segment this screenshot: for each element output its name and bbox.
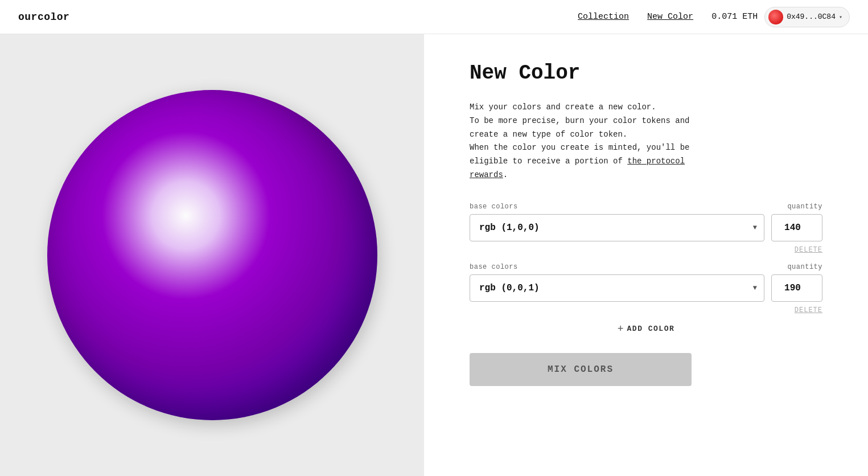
description-line1: Mix your colors and create a new color. [470, 102, 656, 112]
delete-button-2[interactable]: DELETE [795, 306, 822, 314]
right-panel: New Color Mix your colors and create a n… [424, 34, 868, 476]
color-row-2: base colors quantity rgb (1,0,0) rgb (0,… [470, 263, 822, 302]
left-panel [0, 34, 424, 476]
description-line2: To be more precise, burn your color toke… [470, 116, 689, 139]
page-title: New Color [470, 61, 822, 85]
description: Mix your colors and create a new color. … [470, 101, 692, 182]
base-colors-label-2: base colors [470, 263, 518, 271]
color-sphere [47, 90, 377, 420]
wallet-address-text: 0x49...0C84 [787, 13, 836, 21]
main-content: New Color Mix your colors and create a n… [0, 34, 868, 476]
color-select-wrapper-2: rgb (1,0,0) rgb (0,1,0) rgb (0,0,1) rgb … [470, 274, 764, 302]
description-end: . [503, 170, 508, 179]
color-row-1-labels: base colors quantity [470, 203, 822, 211]
nav-links: Collection New Color 0.071 ETH 0x49...0C… [578, 7, 850, 27]
add-color-label: ADD COLOR [627, 325, 675, 333]
nav-new-color-link[interactable]: New Color [647, 12, 693, 22]
add-icon: + [618, 323, 624, 335]
color-row-1-inputs: rgb (1,0,0) rgb (0,1,0) rgb (0,0,1) rgb … [470, 214, 822, 241]
color-row-1: base colors quantity rgb (1,0,0) rgb (0,… [470, 203, 822, 241]
logo: ourcolor [18, 11, 69, 23]
nav-collection-link[interactable]: Collection [578, 12, 629, 22]
quantity-label-2: quantity [787, 263, 822, 271]
base-colors-label-1: base colors [470, 203, 518, 211]
color-select-1[interactable]: rgb (1,0,0) rgb (0,1,0) rgb (0,0,1) rgb … [470, 215, 764, 241]
add-color-row[interactable]: + ADD COLOR [470, 323, 822, 335]
chevron-down-icon: ▾ [839, 14, 842, 20]
quantity-input-2[interactable] [771, 274, 822, 302]
color-select-2[interactable]: rgb (1,0,0) rgb (0,1,0) rgb (0,0,1) rgb … [470, 275, 764, 301]
mix-colors-button[interactable]: MIX COLORS [470, 353, 692, 386]
eth-balance: 0.071 ETH [711, 12, 758, 22]
wallet-area: 0.071 ETH 0x49...0C84 ▾ [711, 7, 850, 27]
quantity-label-1: quantity [787, 203, 822, 211]
delete-row-1: DELETE [470, 246, 822, 254]
delete-row-2: DELETE [470, 306, 822, 314]
color-row-2-labels: base colors quantity [470, 263, 822, 271]
wallet-avatar [768, 10, 783, 24]
quantity-input-1[interactable] [771, 214, 822, 241]
wallet-address-button[interactable]: 0x49...0C84 ▾ [764, 7, 850, 27]
header: ourcolor Collection New Color 0.071 ETH … [0, 0, 868, 34]
delete-button-1[interactable]: DELETE [795, 246, 822, 254]
color-select-wrapper-1: rgb (1,0,0) rgb (0,1,0) rgb (0,0,1) rgb … [470, 214, 764, 241]
color-row-2-inputs: rgb (1,0,0) rgb (0,1,0) rgb (0,0,1) rgb … [470, 274, 822, 302]
